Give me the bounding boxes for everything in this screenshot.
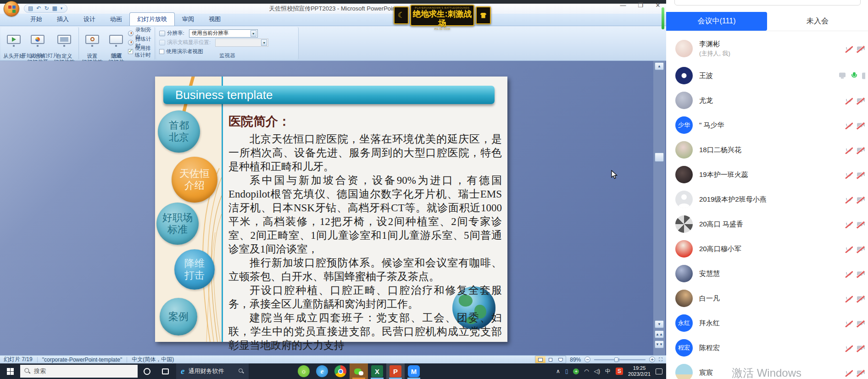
camera-icon[interactable] bbox=[862, 72, 865, 79]
nav-circle-cases[interactable]: 案例 bbox=[160, 298, 197, 335]
game-ad-banner[interactable]: ☾ PLAYERUNKNOWN'S BATTLEGROUNDS 绝地求生:刺激战… bbox=[394, 4, 491, 27]
zoom-out-button[interactable]: − bbox=[584, 357, 590, 363]
camera-off-icon[interactable] bbox=[857, 97, 865, 104]
tab-insert[interactable]: 插入 bbox=[50, 13, 76, 26]
participant-search-input[interactable] bbox=[674, 0, 861, 5]
taskbar-clock[interactable]: 19:25 2023/2/21 bbox=[628, 365, 651, 377]
participant-row[interactable]: 程宏 陈程宏 bbox=[666, 335, 868, 360]
save-icon[interactable]: ▤ bbox=[28, 5, 33, 12]
next-slide-button[interactable]: ▼▼ bbox=[655, 341, 664, 348]
zoom-in-button[interactable]: + bbox=[649, 357, 655, 363]
minimize-button[interactable]: — bbox=[619, 2, 627, 9]
usb-icon[interactable]: ▯ bbox=[565, 368, 568, 374]
participant-row[interactable]: 19本护一班火蕊 bbox=[666, 162, 868, 187]
mic-muted-icon[interactable] bbox=[845, 45, 852, 53]
wifi-icon[interactable]: ◠ bbox=[584, 368, 589, 374]
scroll-down-button[interactable]: ▼ bbox=[655, 320, 664, 328]
participant-row[interactable]: 20高口穆小军 bbox=[666, 236, 868, 261]
slideshow-view-button[interactable] bbox=[556, 356, 566, 363]
camera-off-icon[interactable] bbox=[857, 295, 865, 302]
mic-on-icon[interactable] bbox=[851, 72, 858, 80]
redo-icon[interactable]: ↻ bbox=[44, 5, 49, 12]
camera-off-icon[interactable] bbox=[857, 319, 865, 327]
camera-off-icon[interactable] bbox=[857, 171, 865, 178]
nav-circle-capital-beijing[interactable]: 首都 北京 bbox=[158, 110, 200, 153]
mic-muted-icon[interactable] bbox=[845, 295, 852, 302]
tab-not-joined[interactable]: 未入会 bbox=[767, 12, 868, 31]
tab-animations[interactable]: 动画 bbox=[103, 13, 129, 26]
mic-muted-icon[interactable] bbox=[845, 220, 852, 228]
mic-muted-icon[interactable] bbox=[845, 369, 852, 377]
powerpoint-button[interactable]: P bbox=[386, 363, 405, 379]
camera-off-icon[interactable] bbox=[857, 146, 865, 154]
chrome-button[interactable] bbox=[331, 363, 350, 379]
tray-expand-icon[interactable]: ∧ bbox=[556, 368, 560, 374]
screen-share-icon[interactable] bbox=[839, 72, 846, 79]
taskbar-search-input[interactable]: 搜索 bbox=[20, 365, 138, 378]
excel-button[interactable]: X bbox=[368, 363, 386, 379]
zoom-slider-thumb[interactable] bbox=[614, 357, 618, 362]
close-button[interactable]: ✕ bbox=[654, 2, 662, 9]
wechat-button[interactable] bbox=[350, 363, 368, 379]
tab-design[interactable]: 设计 bbox=[76, 13, 103, 26]
zoom-level[interactable]: 89% bbox=[570, 357, 581, 363]
browser-button[interactable]: e bbox=[313, 363, 331, 379]
participant-row[interactable]: 少华 " 马少华 bbox=[666, 113, 868, 137]
participant-row[interactable]: 王波 bbox=[666, 63, 868, 88]
task-view-button[interactable] bbox=[156, 363, 174, 379]
ie-window-button[interactable]: e 通用财务软件 bbox=[176, 363, 249, 379]
camera-off-icon[interactable] bbox=[857, 344, 865, 352]
nav-circle-tianzuoheng-intro[interactable]: 天佐恒 介绍 bbox=[172, 157, 217, 203]
custom-command-icon[interactable]: ▦ bbox=[52, 5, 57, 12]
participant-row[interactable]: 安慧慧 bbox=[666, 261, 868, 286]
tab-in-meeting[interactable]: 会议中(111) bbox=[666, 12, 767, 31]
participant-row[interactable]: 李渊彬 (主持人, 我) bbox=[666, 34, 868, 63]
mic-muted-icon[interactable] bbox=[845, 270, 852, 278]
camera-off-icon[interactable] bbox=[857, 220, 865, 228]
language-indicator[interactable]: 中文(简体，中国) bbox=[132, 356, 174, 363]
mic-muted-icon[interactable] bbox=[845, 196, 852, 203]
resolution-dropdown[interactable]: 使用当前分辨率 ▾ bbox=[189, 29, 258, 38]
input-method-indicator[interactable]: 中 bbox=[605, 368, 611, 375]
qat-dropdown-icon[interactable]: ▾ bbox=[61, 5, 63, 12]
normal-view-button[interactable] bbox=[535, 356, 545, 363]
tab-review[interactable]: 审阅 bbox=[175, 13, 201, 26]
fit-to-window-button[interactable]: ⛶ bbox=[659, 357, 662, 363]
nav-circle-dimension-strike[interactable]: 降维 打击 bbox=[174, 249, 215, 290]
camera-off-icon[interactable] bbox=[857, 45, 865, 52]
zoom-slider[interactable] bbox=[594, 359, 645, 360]
camera-off-icon[interactable] bbox=[857, 369, 865, 376]
camera-off-icon[interactable] bbox=[857, 270, 865, 277]
participant-row[interactable]: 20高口 马盛香 bbox=[666, 212, 868, 236]
previous-slide-button[interactable]: ▲▲ bbox=[655, 330, 664, 338]
sogou-icon[interactable]: S bbox=[616, 368, 623, 375]
participant-row[interactable]: 18口二杨兴花 bbox=[666, 137, 868, 162]
mic-muted-icon[interactable] bbox=[845, 344, 852, 352]
360-browser-button[interactable]: ○ bbox=[295, 363, 313, 379]
tab-slideshow[interactable]: 幻灯片放映 bbox=[129, 12, 175, 26]
office-button[interactable] bbox=[4, 1, 19, 16]
participant-row[interactable]: 永红 拜永红 bbox=[666, 311, 868, 335]
participant-row[interactable]: 2019级本护2班母小燕 bbox=[666, 187, 868, 212]
volume-icon[interactable]: ◁) bbox=[594, 368, 600, 374]
mic-muted-icon[interactable] bbox=[845, 245, 852, 253]
slide-scrollbar[interactable]: ▲ ▼ ▲▲ ▼▼ bbox=[653, 61, 665, 355]
tab-view[interactable]: 视图 bbox=[201, 13, 228, 26]
hide-slide-button[interactable]: 隐藏 幻灯片 bbox=[104, 29, 128, 65]
camera-off-icon[interactable] bbox=[857, 245, 865, 253]
scrollbar-thumb[interactable] bbox=[655, 153, 664, 162]
antivirus-icon[interactable]: + bbox=[573, 368, 579, 374]
mic-muted-icon[interactable] bbox=[845, 121, 852, 129]
participant-row[interactable]: 白一凡 bbox=[666, 286, 868, 311]
scroll-up-button[interactable]: ▲ bbox=[655, 62, 664, 70]
start-button[interactable] bbox=[0, 363, 20, 379]
camera-off-icon[interactable] bbox=[857, 196, 865, 203]
mic-muted-icon[interactable] bbox=[845, 171, 852, 179]
meeting-app-button[interactable]: M bbox=[405, 363, 423, 379]
maximize-button[interactable]: ❐ bbox=[637, 2, 644, 9]
camera-off-icon[interactable] bbox=[857, 121, 865, 129]
tab-home[interactable]: 开始 bbox=[23, 13, 50, 26]
slide-canvas[interactable]: 首都 北京 天佐恒 介绍 好职场 标准 降维 打击 案例 Business te… bbox=[155, 77, 507, 342]
cortana-button[interactable] bbox=[138, 363, 156, 379]
undo-icon[interactable]: ↶ bbox=[36, 5, 41, 12]
